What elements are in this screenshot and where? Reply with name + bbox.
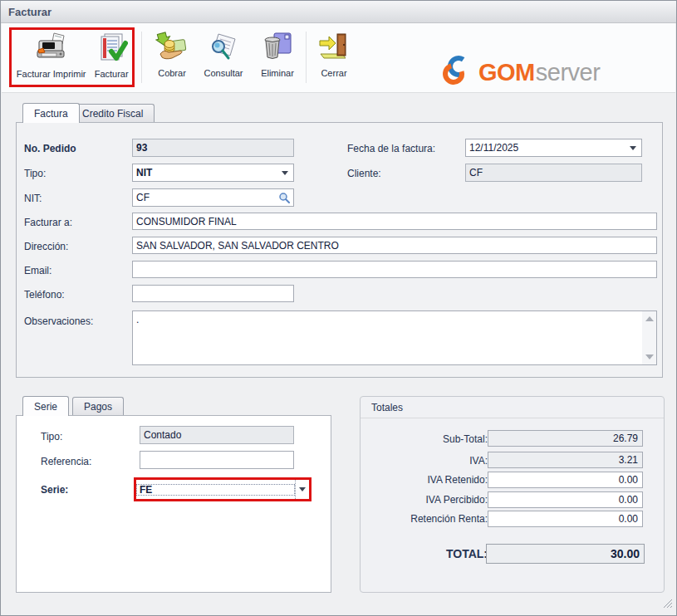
tab-serie-label: Serie <box>34 401 57 413</box>
iva-retenido-label: IVA Retenido: <box>367 474 488 486</box>
retencion-renta-field[interactable] <box>488 511 643 527</box>
tab-credito-fiscal[interactable]: Credito Fiscal <box>71 104 155 123</box>
totales-title: Totales <box>361 397 664 418</box>
serie-tipo-field[interactable] <box>140 426 294 444</box>
titlebar: Facturar <box>1 1 676 23</box>
subtotal-field[interactable] <box>488 430 643 447</box>
highlight-box-serie: FE <box>134 477 312 501</box>
resize-grip[interactable] <box>661 597 673 612</box>
facturar-button[interactable]: Facturar <box>91 31 132 87</box>
iva-field[interactable] <box>488 452 643 468</box>
no-pedido-field[interactable] <box>132 139 294 157</box>
email-label: Email: <box>24 265 52 276</box>
exit-door-icon <box>316 30 351 65</box>
tab-pagos[interactable]: Pagos <box>72 397 124 416</box>
tab-factura[interactable]: Factura <box>22 103 80 123</box>
tipo-select[interactable]: NIT <box>132 164 294 182</box>
gomserver-logo-icon <box>439 54 473 90</box>
retencion-renta-label: Retención Renta: <box>367 513 488 525</box>
direccion-field[interactable] <box>132 237 657 254</box>
tab-pagos-label: Pagos <box>84 401 112 413</box>
chevron-down-icon <box>630 146 636 150</box>
serie-select[interactable]: FE <box>136 480 309 499</box>
telefono-field[interactable] <box>132 285 294 302</box>
total-field[interactable] <box>486 544 645 564</box>
money-hand-icon <box>155 30 189 65</box>
window-title: Facturar <box>8 6 52 18</box>
fecha-select[interactable]: 12/11/2025 <box>465 139 642 157</box>
tab-credito-fiscal-label: Credito Fiscal <box>82 108 143 120</box>
iva-percibido-field[interactable] <box>488 491 643 508</box>
toolbar: Facturar Imprimir Facturar <box>2 23 675 93</box>
facturar-imprimir-button[interactable]: Facturar Imprimir <box>12 31 91 87</box>
toolbar-separator <box>141 32 142 83</box>
highlight-box-toolbar: Facturar Imprimir Facturar <box>9 27 135 87</box>
toolbar-separator <box>306 32 307 83</box>
observaciones-field[interactable]: . <box>133 311 642 364</box>
cliente-field[interactable] <box>465 164 642 182</box>
email-field[interactable] <box>132 261 657 278</box>
cobrar-button[interactable]: Cobrar <box>149 30 195 86</box>
nit-label: NIT: <box>24 193 42 204</box>
observaciones-wrapper: . <box>132 310 657 365</box>
iva-label: IVA: <box>367 455 488 467</box>
cliente-label: Cliente: <box>347 168 381 179</box>
tab-serie[interactable]: Serie <box>22 396 69 416</box>
subtotal-label: Sub-Total: <box>367 433 488 445</box>
brand-server: server <box>536 59 601 86</box>
chevron-down-icon <box>282 171 288 175</box>
search-icon[interactable] <box>278 192 290 203</box>
cerrar-label: Cerrar <box>321 68 346 78</box>
nit-field[interactable] <box>132 188 294 207</box>
gomserver-logo: GOMserver <box>439 54 600 90</box>
consultar-label: Consultar <box>204 68 243 78</box>
serie-select-arrow[interactable] <box>295 480 309 499</box>
totales-groupbox: Totales Sub-Total: IVA: IVA Retenido: IV… <box>360 396 665 593</box>
scroll-down-icon[interactable] <box>645 354 654 359</box>
cerrar-button[interactable]: Cerrar <box>312 30 356 86</box>
serie-value: FE <box>136 484 295 496</box>
trash-icon <box>260 30 295 65</box>
fecha-label: Fecha de la factura: <box>347 143 435 154</box>
consultar-button[interactable]: Consultar <box>198 30 249 86</box>
facturar-imprimir-label: Facturar Imprimir <box>17 69 86 79</box>
fecha-value: 12/11/2025 <box>466 142 625 154</box>
cobrar-label: Cobrar <box>158 68 186 78</box>
invoice-check-icon <box>94 31 129 66</box>
serie-label: Serie: <box>41 484 68 496</box>
tipo-value: NIT <box>133 167 277 178</box>
search-document-icon <box>206 30 241 65</box>
printer-icon <box>34 31 69 66</box>
observaciones-scrollbar[interactable] <box>642 311 656 364</box>
tab-factura-label: Factura <box>34 108 68 120</box>
tipo-label: Tipo: <box>24 168 46 179</box>
referencia-label: Referencia: <box>41 456 91 467</box>
observaciones-label: Observaciones: <box>24 315 93 327</box>
eliminar-button[interactable]: Eliminar <box>253 30 302 86</box>
iva-percibido-label: IVA Percibido: <box>367 494 488 506</box>
eliminar-label: Eliminar <box>261 68 294 78</box>
iva-retenido-field[interactable] <box>488 472 643 488</box>
telefono-label: Teléfono: <box>24 289 65 301</box>
no-pedido-label: No. Pedido <box>24 143 76 154</box>
total-label: TOTAL: <box>367 547 488 560</box>
serie-tipo-label: Tipo: <box>41 431 62 442</box>
facturar-a-label: Facturar a: <box>24 217 72 228</box>
facturar-a-field[interactable] <box>132 213 657 230</box>
facturar-label: Facturar <box>95 69 129 79</box>
direccion-label: Dirección: <box>24 241 68 252</box>
scroll-up-icon[interactable] <box>645 316 654 321</box>
brand-gom: GOM <box>478 59 535 86</box>
chevron-down-icon <box>299 487 306 491</box>
facturar-window: Facturar Facturar Imprimi <box>0 0 677 616</box>
referencia-field[interactable] <box>140 451 294 469</box>
